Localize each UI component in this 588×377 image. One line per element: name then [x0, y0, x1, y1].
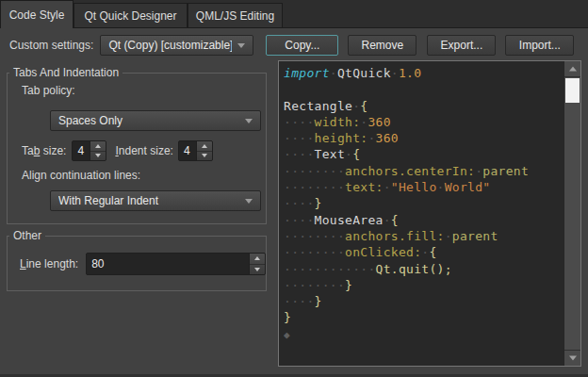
- copy-button[interactable]: Copy...: [266, 35, 338, 56]
- chevron-down-icon: [245, 199, 253, 204]
- tab-size-spin-buttons: [90, 141, 106, 160]
- code-line: Rectangle·{: [284, 98, 562, 114]
- tab-code-style[interactable]: Code Style: [0, 0, 74, 28]
- chevron-down-icon: [237, 43, 245, 48]
- code-line: ········onClicked:·{: [284, 244, 562, 260]
- indent-size-stepper[interactable]: 4: [178, 140, 213, 161]
- spinner-down-icon[interactable]: [197, 152, 212, 161]
- spinner-up-icon[interactable]: [90, 141, 106, 152]
- code-line: ············Qt.quit();: [284, 261, 562, 277]
- code-line: ········anchors.centerIn:·parent: [284, 163, 562, 179]
- tab-qml-js-editing[interactable]: QML/JS Editing: [188, 3, 283, 27]
- tab-code-style-label: Code Style: [9, 8, 65, 22]
- tab-qt-quick-designer[interactable]: Qt Quick Designer: [74, 3, 188, 27]
- code-line: ····Text·{: [284, 146, 562, 162]
- code-line: }: [284, 309, 562, 325]
- export-button[interactable]: Export...: [427, 35, 496, 56]
- scrollbar-up-button[interactable]: [564, 61, 580, 77]
- line-length-value[interactable]: 80: [87, 254, 249, 274]
- custom-settings-label: Custom settings:: [9, 39, 93, 52]
- line-length-row: Line length: 80: [20, 253, 266, 275]
- line-length-label: Line length:: [20, 257, 78, 270]
- vertical-scrollbar[interactable]: [564, 61, 580, 366]
- code-line: ····}: [284, 293, 562, 309]
- code-line: ········}: [284, 277, 562, 293]
- group-other: Other Line length: 80: [7, 236, 267, 291]
- scrollbar-down-button[interactable]: [564, 350, 580, 366]
- tab-size-value[interactable]: 4: [73, 141, 90, 160]
- tab-policy-select[interactable]: Spaces Only: [50, 110, 261, 131]
- tab-policy-selected-value: Spaces Only: [58, 114, 239, 127]
- code-line: ····}: [284, 195, 562, 211]
- code-line: ········anchors.fill:·parent: [284, 228, 562, 244]
- tab-size-label: Tab size:: [22, 144, 66, 157]
- align-continuation-selected-value: With Regular Indent: [58, 194, 239, 207]
- spinner-up-icon[interactable]: [250, 254, 265, 265]
- remove-button[interactable]: Remove: [348, 35, 416, 56]
- indent-size-value[interactable]: 4: [179, 141, 196, 160]
- align-continuation-lines-label: Align continuation lines:: [22, 169, 140, 182]
- code-line: ◆: [284, 326, 562, 342]
- code-line: import·QtQuick·1.0: [284, 65, 562, 81]
- code-line: [284, 81, 562, 97]
- line-length-spin-buttons: [249, 254, 265, 274]
- code-line: ········text:·"Hello·World": [284, 179, 562, 195]
- group-tabs-and-indentation-title: Tabs And Indentation: [9, 66, 122, 79]
- tab-policy-label: Tab policy:: [22, 84, 75, 97]
- line-length-stepper[interactable]: 80: [86, 253, 266, 275]
- spinner-down-icon[interactable]: [250, 265, 265, 275]
- custom-settings-selected-value: Qt (Copy) [customizable]: [108, 39, 232, 52]
- scrollbar-thumb[interactable]: [565, 78, 580, 103]
- spinner-up-icon[interactable]: [197, 141, 212, 152]
- arrow-down-icon: [569, 356, 577, 361]
- import-button[interactable]: Import...: [505, 35, 574, 56]
- tab-indent-size-row: Tab size: 4 Indent size: 4: [22, 140, 213, 161]
- code-lines: import·QtQuick·1.0 Rectangle·{····width:…: [284, 65, 562, 364]
- code-style-options-pane: Code Style Qt Quick Designer QML/JS Edit…: [0, 0, 588, 377]
- arrow-up-icon: [569, 67, 577, 72]
- tab-qt-quick-designer-label: Qt Quick Designer: [84, 9, 176, 23]
- code-line: ····height:·360: [284, 130, 562, 146]
- spinner-down-icon[interactable]: [90, 152, 106, 161]
- group-other-title: Other: [9, 229, 45, 242]
- tab-qml-js-editing-label: QML/JS Editing: [196, 9, 274, 23]
- code-line: ····width:·360: [284, 114, 562, 130]
- align-continuation-lines-select[interactable]: With Regular Indent: [50, 190, 261, 211]
- code-preview-editor[interactable]: import·QtQuick·1.0 Rectangle·{····width:…: [278, 60, 581, 367]
- group-tabs-and-indentation: Tabs And Indentation Tab policy: Spaces …: [7, 73, 267, 224]
- indent-size-spin-buttons: [196, 141, 212, 160]
- tab-size-stepper[interactable]: 4: [72, 140, 106, 161]
- tab-bar: Code Style Qt Quick Designer QML/JS Edit…: [0, 0, 588, 28]
- custom-settings-row: Custom settings: Qt (Copy) [customizable…: [9, 35, 574, 56]
- indent-size-label: Indent size:: [115, 144, 172, 157]
- code-line: ····MouseArea·{: [284, 212, 562, 228]
- custom-settings-select[interactable]: Qt (Copy) [customizable]: [100, 35, 253, 56]
- chevron-down-icon: [245, 119, 253, 123]
